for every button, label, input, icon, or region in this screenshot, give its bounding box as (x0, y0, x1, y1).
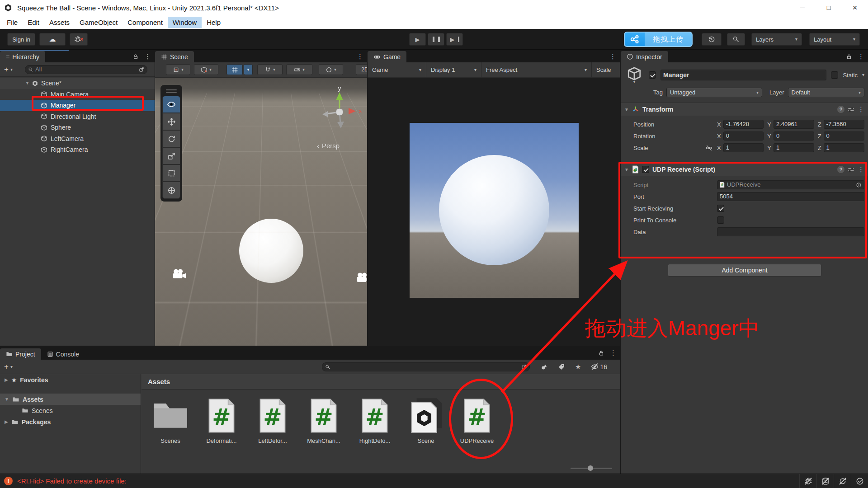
menu-gameobject[interactable]: GameObject (75, 17, 123, 28)
asset-udpreceive-script[interactable]: UDPReceive (453, 396, 500, 474)
data-field[interactable] (717, 227, 864, 236)
foldout-open-icon[interactable]: ▼ (624, 107, 629, 112)
netdisk-upload-overlay-button[interactable]: 拖拽上传 (624, 32, 693, 47)
minimize-button[interactable]: ─ (789, 0, 816, 15)
transform-component-header[interactable]: ▼ Transform ? ⋮ (621, 103, 868, 116)
component-enabled-checkbox[interactable] (642, 166, 649, 173)
scale-y-field[interactable]: 1 (774, 143, 814, 152)
open-search-window-icon[interactable] (521, 364, 527, 370)
close-button[interactable]: × (842, 0, 868, 15)
chevron-down-icon[interactable]: ▾ (10, 67, 13, 72)
tab-project[interactable]: Project (0, 348, 41, 360)
tag-dropdown[interactable]: Untagged ▾ (666, 88, 762, 97)
script-reference-field[interactable]: UDPReceive (717, 180, 864, 189)
udp-receive-component-header[interactable]: ▼ UDP Receive (Script) ? ⋮ (621, 163, 868, 176)
background-tasks-ok-button[interactable] (851, 474, 868, 488)
search-by-type-icon[interactable] (541, 363, 548, 371)
position-y-field[interactable]: 2.40961 (774, 120, 814, 129)
tree-favorites[interactable]: ▶ ★ Favorites (0, 374, 141, 385)
search-by-label-icon[interactable] (558, 363, 565, 371)
layers-dropdown[interactable]: Layers ▾ (751, 33, 802, 46)
static-checkbox[interactable] (831, 71, 838, 79)
scale-z-field[interactable]: 1 (824, 143, 864, 152)
scale-x-field[interactable]: 1 (723, 143, 764, 152)
play-button[interactable]: ▶ (409, 33, 426, 46)
rotation-z-field[interactable]: 0 (824, 131, 864, 141)
maximize-button[interactable]: □ (816, 0, 842, 15)
overlay-drag-handle[interactable] (166, 89, 177, 93)
hierarchy-scene-root[interactable]: ▼ Scene* (0, 78, 155, 89)
slider-knob[interactable] (588, 465, 593, 471)
presets-icon[interactable] (848, 166, 854, 173)
scale-slider-label[interactable]: Scale (592, 62, 620, 77)
more-menu-icon[interactable]: ⋮ (357, 52, 363, 61)
crash-bug-button[interactable]: × (70, 33, 88, 46)
sign-in-button[interactable]: Sign in (7, 33, 35, 46)
tab-scene[interactable]: Scene (155, 51, 194, 62)
camera-gizmo-icon[interactable] (171, 268, 188, 280)
tree-scenes[interactable]: Scenes (0, 405, 141, 416)
gameobject-enabled-checkbox[interactable] (649, 71, 656, 79)
open-search-window-icon[interactable] (139, 67, 144, 72)
grid-visibility-toggle[interactable] (226, 64, 243, 75)
cloud-services-button[interactable]: ☁ (39, 33, 66, 46)
position-x-field[interactable]: -1.76428 (723, 120, 764, 129)
tab-inspector[interactable]: Inspector (621, 51, 668, 62)
scene-orientation-gizmo[interactable]: y x ‹ Persp (311, 84, 365, 156)
persp-label[interactable]: Persp (322, 142, 340, 150)
chevron-down-icon[interactable]: ▾ (10, 365, 13, 369)
position-z-field[interactable]: -7.3560 (824, 120, 864, 129)
gameobject-icon-select[interactable]: ▾ (624, 66, 644, 84)
more-menu-icon[interactable]: ⋮ (858, 165, 864, 174)
add-gameobject-button[interactable]: + (4, 65, 9, 74)
object-picker-icon[interactable] (856, 182, 862, 188)
presets-icon[interactable] (848, 106, 854, 113)
more-menu-icon[interactable]: ⋮ (858, 105, 864, 113)
print-to-console-checkbox[interactable] (717, 216, 724, 224)
hierarchy-search-input[interactable]: All (25, 65, 147, 74)
lock-icon[interactable] (598, 350, 604, 356)
menu-edit[interactable]: Edit (23, 17, 44, 28)
menu-file[interactable]: File (2, 17, 23, 28)
scale-tool-button[interactable] (162, 147, 180, 164)
asset-scenes-folder[interactable]: Scenes (147, 396, 194, 474)
move-tool-button[interactable] (162, 113, 180, 130)
static-dropdown-icon[interactable]: ▾ (862, 73, 864, 77)
transform-tool-button[interactable] (162, 182, 180, 199)
menu-window[interactable]: Window (168, 17, 202, 28)
grid-size-dropdown[interactable]: ▾ (286, 64, 312, 75)
constrain-proportions-link-icon[interactable] (706, 145, 712, 151)
tab-console[interactable]: Console (41, 348, 85, 360)
undo-history-button[interactable] (702, 33, 722, 46)
start-receiving-checkbox[interactable] (717, 205, 724, 212)
menu-component[interactable]: Component (123, 17, 168, 28)
port-field[interactable]: 5054 (717, 192, 864, 201)
favorites-star-icon[interactable]: ★ (575, 363, 581, 371)
game-target-dropdown[interactable]: Game ▾ (368, 62, 426, 77)
tool-handle-pivot-dropdown[interactable]: ▾ (166, 64, 190, 75)
menu-assets[interactable]: Assets (44, 17, 75, 28)
create-asset-button[interactable]: + (4, 362, 9, 371)
asset-leftdeform-script[interactable]: LeftDefor... (249, 396, 296, 474)
hierarchy-item-leftcamera[interactable]: LeftCamera (0, 133, 155, 145)
status-error-text[interactable]: <RI.Hid> Failed to create device file: (17, 477, 127, 485)
render-mode-dropdown[interactable]: ▾ (319, 64, 343, 75)
tree-packages[interactable]: ▶ Packages (0, 416, 141, 427)
tool-handle-rotation-dropdown[interactable]: ▾ (194, 64, 218, 75)
scene-viewport[interactable]: y x ‹ Persp (155, 78, 368, 346)
rotation-y-field[interactable]: 0 (774, 131, 814, 141)
view-tool-button[interactable] (162, 96, 180, 113)
rect-tool-button[interactable] (162, 164, 180, 182)
hierarchy-item-rightcamera[interactable]: RightCamera (0, 144, 155, 155)
snap-settings-dropdown[interactable]: ▾ (257, 64, 283, 75)
menu-help[interactable]: Help (202, 17, 226, 28)
hierarchy-item-directional-light[interactable]: Directional Light (0, 111, 155, 122)
debugger-disabled-button[interactable] (799, 474, 816, 488)
search-button[interactable] (727, 33, 745, 46)
more-menu-icon[interactable]: ⋮ (610, 349, 617, 357)
foldout-open-icon[interactable]: ▼ (25, 81, 32, 85)
hidden-packages-toggle[interactable]: 16 (591, 363, 607, 371)
grid-visibility-dropdown[interactable]: ▾ (244, 64, 253, 75)
hierarchy-item-main-camera[interactable]: Main Camera (0, 89, 155, 100)
lock-icon[interactable] (132, 53, 139, 60)
